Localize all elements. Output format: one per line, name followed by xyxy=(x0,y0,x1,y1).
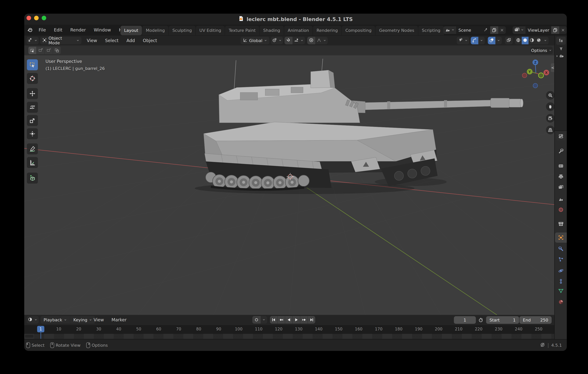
editor-type-button[interactable] xyxy=(27,37,39,44)
menu-file[interactable]: File xyxy=(36,26,49,33)
tab-shading[interactable]: Shading xyxy=(260,26,284,35)
properties-tab-output[interactable] xyxy=(555,171,567,182)
tab-scripting[interactable]: Scripting xyxy=(418,26,444,35)
tab-layout[interactable]: Layout xyxy=(120,26,142,35)
mode-dropdown[interactable]: Object Mode xyxy=(40,37,82,44)
end-frame-field[interactable]: End 250 xyxy=(519,316,552,324)
remove-view-layer-button[interactable] xyxy=(559,26,567,34)
scene-browse-button[interactable] xyxy=(443,26,456,34)
properties-tab-object[interactable] xyxy=(555,233,567,243)
select-set-button[interactable] xyxy=(28,47,37,54)
playhead[interactable]: 1 xyxy=(37,326,44,332)
properties-tab-view-layer[interactable] xyxy=(555,182,567,192)
properties-tab-collection[interactable] xyxy=(555,219,567,229)
properties-tab-modifiers[interactable] xyxy=(555,244,567,254)
jump-to-end-button[interactable] xyxy=(308,316,315,324)
viewport-3d[interactable] xyxy=(24,55,554,315)
summary-channel[interactable] xyxy=(25,335,33,338)
auto-keying-dropdown[interactable] xyxy=(261,316,267,324)
timeline-ruler[interactable]: 1 10203040506070809010011012013014015016… xyxy=(24,325,554,334)
jump-to-start-button[interactable] xyxy=(270,316,277,324)
transform-orientation-dropdown[interactable]: Global xyxy=(241,37,269,44)
viewport-menu-select[interactable]: Select xyxy=(105,38,119,43)
properties-tab-physics[interactable] xyxy=(555,266,567,276)
tab-uv-editing[interactable]: UV Editing xyxy=(196,26,225,35)
unlink-scene-button[interactable] xyxy=(498,26,506,34)
outliner-row-camera[interactable] xyxy=(556,54,564,59)
xray-toggle[interactable] xyxy=(505,37,513,44)
pan-hand-button[interactable] xyxy=(546,102,555,111)
start-frame-field[interactable]: Start 1 xyxy=(486,316,519,324)
play-reverse-button[interactable] xyxy=(285,316,293,324)
zoom-button[interactable] xyxy=(546,91,555,100)
timeline-menu-view[interactable]: View xyxy=(94,317,104,322)
timeline-channels[interactable] xyxy=(24,334,554,339)
prev-keyframe-button[interactable] xyxy=(278,316,285,324)
properties-editor-button[interactable] xyxy=(556,132,566,140)
viewport-menu-view[interactable]: View xyxy=(87,38,97,43)
falloff-dropdown[interactable] xyxy=(315,37,328,44)
overlays-dropdown[interactable] xyxy=(495,37,502,44)
tab-texture-paint[interactable]: Texture Paint xyxy=(225,26,259,35)
toggle-orthographic-button[interactable] xyxy=(546,126,555,134)
proportional-editing-toggle[interactable] xyxy=(307,37,315,44)
object-type-visibility-dropdown[interactable] xyxy=(457,37,469,44)
outliner-editor-button[interactable] xyxy=(556,37,566,45)
properties-tab-world[interactable] xyxy=(555,205,567,215)
properties-tab-tool[interactable] xyxy=(555,146,567,156)
tool-measure[interactable] xyxy=(27,157,38,168)
next-keyframe-button[interactable] xyxy=(300,316,308,324)
view-layer-name-field[interactable]: ViewLayer xyxy=(525,26,551,34)
properties-tab-scene[interactable] xyxy=(555,194,567,204)
timeline-playback-dropdown[interactable]: Playback xyxy=(41,316,70,324)
new-scene-button[interactable] xyxy=(490,26,498,34)
pivot-point-dropdown[interactable] xyxy=(271,37,283,44)
tool-move[interactable] xyxy=(27,88,38,99)
timeline-keying-dropdown[interactable]: Keying xyxy=(70,316,95,324)
select-intersect-button[interactable] xyxy=(53,47,61,54)
current-frame-field[interactable]: 1 xyxy=(454,316,476,324)
scene-name-field[interactable]: Scene xyxy=(456,26,490,34)
viewport-menu-object[interactable]: Object xyxy=(143,38,157,43)
tab-modeling[interactable]: Modeling xyxy=(142,26,168,35)
properties-tab-render[interactable] xyxy=(555,161,567,171)
shading-dropdown[interactable] xyxy=(542,37,549,44)
playhead-line[interactable] xyxy=(41,331,41,339)
properties-tab-constraints[interactable] xyxy=(555,276,567,287)
tab-animation[interactable]: Animation xyxy=(284,26,313,35)
pin-icon[interactable] xyxy=(483,27,488,33)
tool-annotate[interactable] xyxy=(27,143,38,154)
play-forward-button[interactable] xyxy=(293,316,300,324)
disclosure-icon[interactable] xyxy=(556,54,559,59)
tool-transform[interactable] xyxy=(27,128,38,139)
properties-tab-object-data[interactable] xyxy=(555,286,567,296)
gizmo-dropdown[interactable] xyxy=(478,37,485,44)
shading-wireframe-button[interactable] xyxy=(515,37,522,44)
select-extend-button[interactable] xyxy=(37,47,45,54)
shading-material-button[interactable] xyxy=(528,37,535,44)
tab-compositing[interactable]: Compositing xyxy=(342,26,375,35)
tool-select-box[interactable] xyxy=(27,59,38,70)
show-overlays-toggle[interactable] xyxy=(488,37,495,44)
menu-edit[interactable]: Edit xyxy=(51,26,65,33)
tool-add-cube[interactable] xyxy=(27,173,38,184)
viewport-menu-add[interactable]: Add xyxy=(126,38,135,43)
select-subtract-button[interactable] xyxy=(45,47,53,54)
view-layer-browse-button[interactable] xyxy=(513,26,525,34)
shading-solid-button[interactable] xyxy=(522,37,528,44)
menu-window[interactable]: Window xyxy=(91,26,114,33)
tool-rotate[interactable] xyxy=(27,102,38,113)
tab-sculpting[interactable]: Sculpting xyxy=(169,26,196,35)
new-view-layer-button[interactable] xyxy=(551,26,559,34)
blender-logo-icon[interactable] xyxy=(27,27,32,33)
properties-tab-particles[interactable] xyxy=(555,254,567,265)
snap-target-dropdown[interactable] xyxy=(293,37,305,44)
timeline-editor-type-button[interactable] xyxy=(27,316,39,324)
tool-cursor[interactable] xyxy=(27,73,38,84)
camera-view-button[interactable] xyxy=(546,114,555,123)
filter-icon[interactable] xyxy=(559,47,563,52)
options-dropdown[interactable]: Options xyxy=(530,47,553,54)
auto-keying-toggle[interactable] xyxy=(252,316,261,324)
menu-render[interactable]: Render xyxy=(68,26,88,33)
stopwatch-icon[interactable] xyxy=(478,317,483,323)
